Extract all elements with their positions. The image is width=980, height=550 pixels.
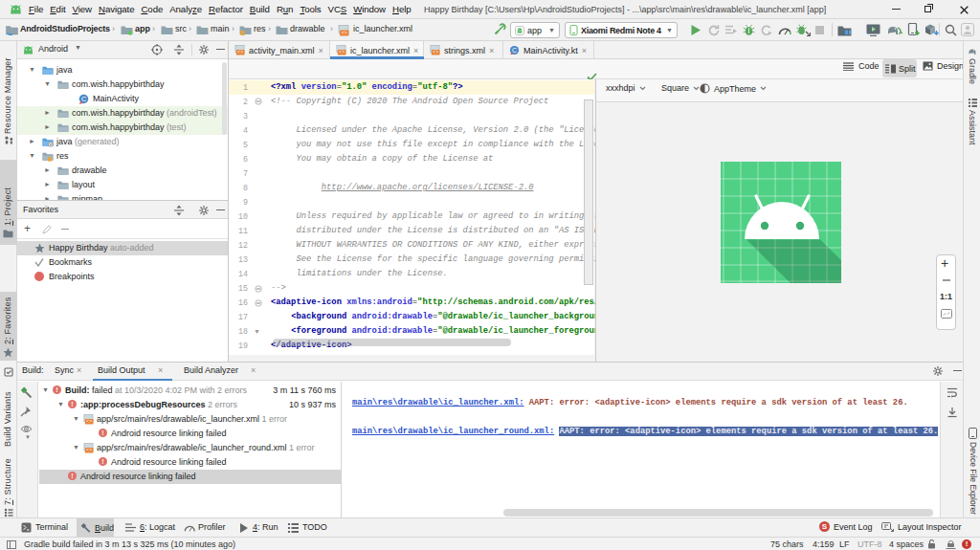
svg-text:<>: <> xyxy=(237,50,243,55)
svg-text:<>: <> xyxy=(339,50,345,55)
svg-text:<>: <> xyxy=(341,30,347,36)
svg-text:C: C xyxy=(512,47,517,54)
svg-text:<>: <> xyxy=(86,448,92,453)
svg-text:<>: <> xyxy=(86,419,92,425)
svg-text:C: C xyxy=(81,95,87,103)
svg-text:<>: <> xyxy=(433,50,438,55)
